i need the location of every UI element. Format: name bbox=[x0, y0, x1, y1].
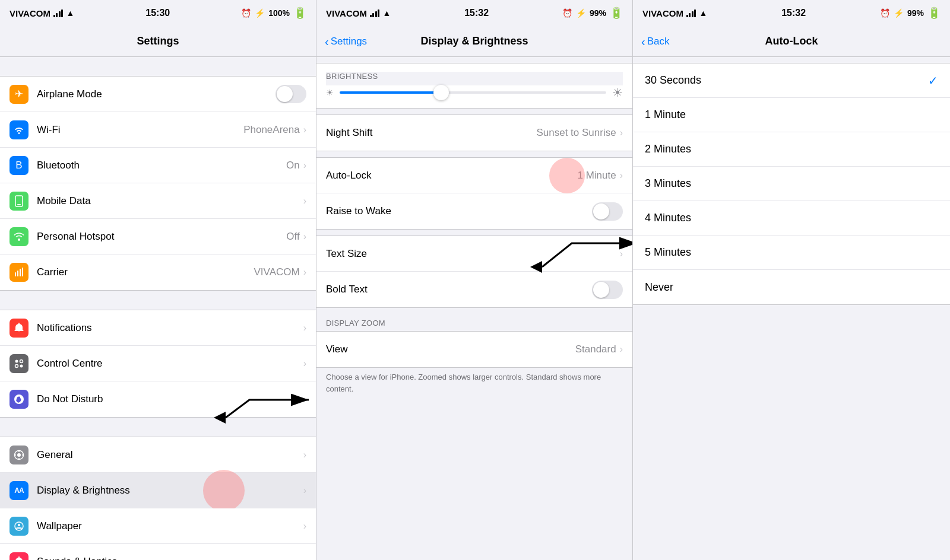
bluetooth-label: Bluetooth bbox=[37, 160, 286, 171]
settings-group-notifications: Notifications › Control Centre › bbox=[0, 310, 316, 418]
battery-icon-2: 🔋 bbox=[610, 7, 623, 20]
settings-item-sounds[interactable]: Sounds & Haptics › bbox=[0, 544, 316, 560]
svg-point-18 bbox=[18, 524, 20, 526]
night-shift-item[interactable]: Night Shift Sunset to Sunrise › bbox=[316, 115, 632, 151]
settings-item-airplane-mode[interactable]: ✈ Airplane Mode bbox=[0, 77, 316, 112]
status-right-2: ⏰ ⚡ 99% 🔋 bbox=[562, 7, 623, 20]
auto-lock-option-5-minutes[interactable]: 5 Minutes bbox=[633, 236, 950, 270]
back-button-2[interactable]: ‹ Settings bbox=[325, 36, 367, 47]
svg-point-7 bbox=[15, 359, 18, 362]
auto-lock-item[interactable]: Auto-Lock 1 Minute › bbox=[316, 158, 632, 193]
settings-item-bluetooth[interactable]: B Bluetooth On › bbox=[0, 148, 316, 183]
settings-item-general[interactable]: General › bbox=[0, 437, 316, 473]
settings-item-hotspot[interactable]: Personal Hotspot Off › bbox=[0, 219, 316, 254]
battery-1: 100% bbox=[268, 8, 290, 18]
sounds-label: Sounds & Haptics bbox=[37, 556, 303, 560]
auto-lock-label: Auto-Lock bbox=[326, 170, 577, 182]
svg-rect-3 bbox=[15, 272, 16, 276]
settings-item-notifications[interactable]: Notifications › bbox=[0, 310, 316, 346]
nav-bar-3: ‹ Back Auto-Lock bbox=[633, 26, 950, 57]
do-not-disturb-label: Do Not Disturb bbox=[37, 393, 303, 405]
mobile-data-label: Mobile Data bbox=[37, 195, 303, 207]
2-minutes-label: 2 Minutes bbox=[645, 143, 938, 155]
bold-text-toggle[interactable] bbox=[592, 281, 623, 299]
back-label-2: Settings bbox=[331, 36, 367, 47]
svg-point-10 bbox=[20, 364, 23, 367]
settings-item-mobile-data[interactable]: Mobile Data › bbox=[0, 183, 316, 219]
svg-rect-1 bbox=[17, 204, 21, 205]
display-settings-list: BRIGHTNESS ☀ ☀ Night Shift Sunset to Sun… bbox=[316, 57, 632, 560]
settings-item-wallpaper[interactable]: Wallpaper › bbox=[0, 508, 316, 544]
carrier-1: VIVACOM bbox=[10, 8, 50, 18]
wifi-icon-3: ▲ bbox=[699, 8, 707, 18]
carrier-value: VIVACOM bbox=[254, 266, 300, 278]
status-bar-1: VIVACOM ▲ 15:30 ⏰ ⚡ 100% 🔋 bbox=[0, 0, 316, 26]
svg-rect-5 bbox=[20, 269, 21, 276]
settings-list-1: ✈ Airplane Mode Wi-Fi PhoneArena › B bbox=[0, 57, 316, 560]
display-brightness-panel: VIVACOM ▲ 15:32 ⏰ ⚡ 99% 🔋 ‹ Settings Dis… bbox=[316, 0, 633, 560]
wifi-label: Wi-Fi bbox=[37, 124, 243, 136]
auto-lock-option-30-seconds[interactable]: 30 Seconds ✓ bbox=[633, 63, 950, 98]
back-chevron-3: ‹ bbox=[641, 36, 645, 47]
brightness-thumb[interactable] bbox=[433, 85, 449, 100]
general-chevron: › bbox=[303, 450, 306, 460]
battery-3: 99% bbox=[907, 8, 924, 18]
status-bar-3: VIVACOM ▲ 15:32 ⏰ ⚡ 99% 🔋 bbox=[633, 0, 950, 26]
wifi-icon-2: ▲ bbox=[382, 8, 391, 18]
svg-rect-4 bbox=[17, 271, 18, 276]
night-shift-chevron: › bbox=[620, 128, 623, 138]
auto-lock-option-4-minutes[interactable]: 4 Minutes bbox=[633, 201, 950, 236]
bold-text-item[interactable]: Bold Text bbox=[316, 272, 632, 307]
back-button-3[interactable]: ‹ Back bbox=[641, 36, 669, 47]
status-left-2: VIVACOM ▲ bbox=[326, 8, 391, 18]
wallpaper-label: Wallpaper bbox=[37, 520, 303, 532]
control-centre-icon bbox=[10, 354, 28, 373]
display-group-1: Night Shift Sunset to Sunrise › bbox=[316, 114, 632, 151]
auto-lock-panel: VIVACOM ▲ 15:32 ⏰ ⚡ 99% 🔋 ‹ Back Auto-Lo… bbox=[633, 0, 950, 560]
settings-item-do-not-disturb[interactable]: Do Not Disturb › bbox=[0, 381, 316, 417]
auto-lock-option-3-minutes[interactable]: 3 Minutes bbox=[633, 167, 950, 201]
back-label-3: Back bbox=[647, 36, 670, 47]
4-minutes-label: 4 Minutes bbox=[645, 212, 938, 224]
brightness-section: BRIGHTNESS ☀ ☀ bbox=[316, 63, 632, 109]
never-label: Never bbox=[645, 281, 938, 294]
alarm-icon-2: ⏰ bbox=[562, 8, 572, 18]
raise-to-wake-item[interactable]: Raise to Wake bbox=[316, 193, 632, 229]
settings-item-carrier[interactable]: Carrier VIVACOM › bbox=[0, 254, 316, 290]
display-zoom-header: DISPLAY ZOOM bbox=[316, 314, 632, 331]
bluetooth-icon-2: ⚡ bbox=[576, 8, 586, 18]
view-chevron: › bbox=[620, 344, 623, 355]
settings-item-control-centre[interactable]: Control Centre › bbox=[0, 346, 316, 381]
airplane-mode-toggle[interactable] bbox=[276, 85, 306, 103]
settings-item-wifi[interactable]: Wi-Fi PhoneArena › bbox=[0, 112, 316, 148]
auto-lock-option-1-minute[interactable]: 1 Minute bbox=[633, 98, 950, 132]
text-size-item[interactable]: Text Size › bbox=[316, 236, 632, 272]
status-bar-2: VIVACOM ▲ 15:32 ⏰ ⚡ 99% 🔋 bbox=[316, 0, 632, 26]
time-1: 15:30 bbox=[145, 8, 170, 18]
auto-lock-value: 1 Minute bbox=[577, 170, 616, 182]
page-title-2: Display & Brightness bbox=[420, 35, 528, 47]
notifications-chevron: › bbox=[303, 323, 306, 333]
brightness-slider[interactable] bbox=[340, 91, 606, 94]
status-left-1: VIVACOM ▲ bbox=[10, 8, 74, 18]
svg-point-9 bbox=[15, 364, 18, 367]
nav-bar-2: ‹ Settings Display & Brightness bbox=[316, 26, 632, 57]
auto-lock-option-never[interactable]: Never bbox=[633, 270, 950, 304]
svg-point-2 bbox=[18, 238, 20, 241]
carrier-3: VIVACOM bbox=[642, 8, 683, 18]
settings-item-display-brightness[interactable]: AA Display & Brightness › bbox=[0, 473, 316, 508]
settings-group-display: General › AA Display & Brightness › bbox=[0, 437, 316, 560]
page-title-3: Auto-Lock bbox=[765, 35, 818, 47]
text-size-chevron: › bbox=[620, 249, 623, 259]
display-zoom-group: View Standard › bbox=[316, 331, 632, 368]
battery-2: 99% bbox=[590, 8, 606, 18]
raise-to-wake-label: Raise to Wake bbox=[326, 205, 592, 217]
raise-to-wake-toggle[interactable] bbox=[592, 202, 623, 221]
bold-text-label: Bold Text bbox=[326, 284, 592, 295]
signal-bars-1 bbox=[53, 9, 64, 17]
status-right-3: ⏰ ⚡ 99% 🔋 bbox=[880, 7, 940, 20]
brightness-row: ☀ ☀ bbox=[326, 85, 623, 100]
view-item[interactable]: View Standard › bbox=[316, 332, 632, 367]
auto-lock-option-2-minutes[interactable]: 2 Minutes bbox=[633, 132, 950, 167]
bluetooth-chevron: › bbox=[303, 160, 306, 171]
